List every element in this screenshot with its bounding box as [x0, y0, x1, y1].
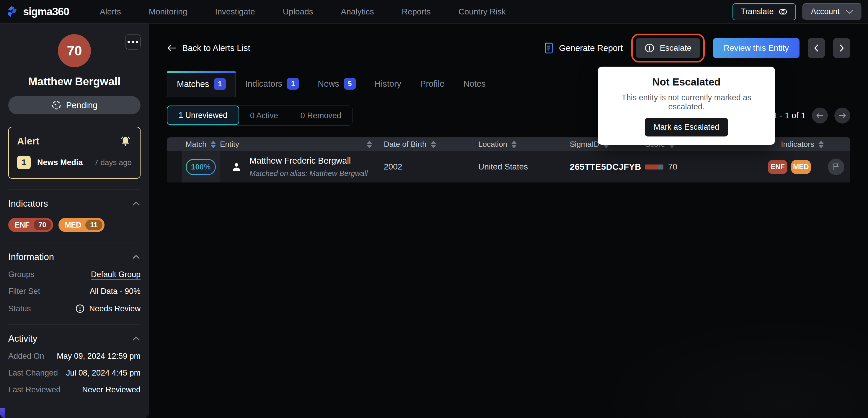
chevron-up-icon: [132, 201, 141, 206]
main-content: Back to Alerts List: [149, 24, 868, 418]
arrow-left-icon: [816, 112, 824, 119]
groups-label: Groups: [8, 270, 35, 279]
filter-unreviewed[interactable]: 1 Unreviewed: [167, 106, 239, 125]
nav-item-investigate[interactable]: Investigate: [215, 7, 255, 16]
escalate-highlight-annotation: Escalate: [631, 34, 705, 63]
pagination-next-button[interactable]: [834, 108, 850, 124]
brand-logo[interactable]: sigma360: [6, 5, 69, 19]
brand-name: sigma360: [23, 6, 69, 18]
tab-profile[interactable]: Profile: [411, 71, 454, 97]
sort-icon[interactable]: [512, 141, 517, 148]
header-match[interactable]: Match: [182, 140, 220, 149]
indicators-section: Indicators ENF 70 MED 11: [8, 189, 141, 232]
alert-card-title: Alert: [17, 136, 39, 147]
back-to-alerts-link[interactable]: Back to Alerts List: [167, 43, 250, 53]
sigma360-logo-icon: [6, 5, 20, 19]
translate-button[interactable]: Translate: [733, 3, 796, 20]
header-date-of-birth[interactable]: Date of Birth: [384, 140, 478, 149]
mark-as-escalated-button[interactable]: Mark as Escalated: [645, 118, 728, 137]
added-on-value: May 09, 2024 12:59 pm: [57, 352, 141, 361]
activity-section: Activity Added On May 09, 2024 12:59 pm …: [8, 324, 141, 394]
next-entity-button[interactable]: [833, 38, 850, 58]
previous-entity-button[interactable]: [808, 38, 825, 58]
sort-icon[interactable]: [367, 141, 372, 148]
generate-report-button[interactable]: Generate Report: [544, 42, 623, 54]
alert-time-ago: 7 days ago: [94, 158, 132, 167]
tab-notes-label: Notes: [463, 79, 486, 89]
sort-icon[interactable]: [211, 141, 216, 148]
tab-profile-label: Profile: [420, 79, 444, 89]
groups-value-link[interactable]: Default Group: [91, 270, 141, 279]
activity-row-changed: Last Changed Jul 08, 2024 4:45 pm: [8, 369, 141, 378]
tab-notes[interactable]: Notes: [454, 71, 495, 97]
report-document-icon: [544, 42, 554, 54]
score-value: 70: [668, 162, 677, 172]
activity-section-header[interactable]: Activity: [8, 334, 141, 344]
activity-title: Activity: [8, 334, 37, 344]
last-reviewed-label: Last Reviewed: [8, 385, 61, 394]
nav-item-uploads[interactable]: Uploads: [283, 7, 313, 16]
person-icon: [230, 161, 242, 173]
matched-entity-name[interactable]: Matthew Frederic Bergwall: [249, 156, 368, 166]
nav-item-country-risk[interactable]: Country Risk: [459, 7, 506, 16]
pagination-prev-button[interactable]: [812, 108, 828, 124]
last-changed-label: Last Changed: [8, 369, 58, 378]
pending-status-pill[interactable]: Pending: [8, 96, 141, 114]
location-value: United States: [478, 162, 528, 172]
row-indicator-med[interactable]: MED: [791, 160, 811, 174]
match-status-segmented-control: 1 Unreviewed 0 Active 0 Removed: [167, 106, 353, 126]
account-menu-button[interactable]: Account: [802, 3, 862, 20]
tab-matches[interactable]: Matches 1: [167, 71, 236, 97]
status-label: Status: [8, 304, 31, 313]
flag-match-button[interactable]: [828, 159, 844, 175]
alert-category: News Media: [37, 158, 83, 167]
alert-card[interactable]: Alert 1 News Media 7 days ago: [8, 127, 141, 179]
chevron-up-icon: [132, 336, 141, 341]
status-text: Needs Review: [89, 304, 141, 313]
info-row-groups: Groups Default Group: [8, 270, 141, 279]
review-entity-label: Review this Entity: [724, 43, 789, 53]
tab-news[interactable]: News 5: [308, 71, 365, 97]
information-section-header[interactable]: Information: [8, 252, 141, 263]
header-location[interactable]: Location: [478, 140, 570, 149]
filter-removed[interactable]: 0 Removed: [289, 106, 352, 125]
row-location-cell: United States: [478, 151, 570, 182]
tab-indicators[interactable]: Indicators 1: [236, 71, 309, 97]
dob-value: 2002: [384, 162, 402, 172]
filter-active[interactable]: 0 Active: [239, 106, 289, 125]
header-entity[interactable]: Entity: [220, 140, 384, 149]
tab-history[interactable]: History: [365, 71, 411, 97]
activity-row-added: Added On May 09, 2024 12:59 pm: [8, 352, 141, 361]
nav-item-reports[interactable]: Reports: [402, 7, 431, 16]
nav-item-analytics[interactable]: Analytics: [341, 7, 374, 16]
not-escalated-popover: Not Escalated This entity is not current…: [598, 67, 775, 145]
row-indicator-enf[interactable]: ENF: [768, 160, 787, 174]
nav-item-alerts[interactable]: Alerts: [100, 7, 121, 16]
match-percentage-badge[interactable]: 100%: [186, 159, 216, 175]
tab-news-badge: 5: [344, 78, 356, 90]
sigma-id-value: 265TTE5DCJFYB: [570, 162, 641, 172]
chevron-up-icon: [132, 254, 141, 260]
tab-matches-badge: 1: [214, 78, 226, 90]
match-table-row[interactable]: 100% Matthew Frederic Bergwall: [167, 151, 850, 182]
sort-icon[interactable]: [431, 141, 436, 148]
sidebar-accent: [0, 408, 5, 418]
nav-item-monitoring[interactable]: Monitoring: [149, 7, 187, 16]
indicator-pill-enf[interactable]: ENF 70: [8, 218, 53, 232]
row-dob-cell: 2002: [384, 151, 478, 182]
indicator-pill-med[interactable]: MED 11: [58, 218, 104, 232]
escalate-button[interactable]: Escalate: [636, 38, 700, 58]
sort-icon[interactable]: [818, 141, 824, 148]
indicators-section-header[interactable]: Indicators: [8, 198, 141, 209]
filter-set-label: Filter Set: [8, 287, 40, 296]
row-indicators-cell: ENF MED: [714, 151, 850, 182]
chevron-right-icon: [839, 44, 845, 53]
row-match-cell: 100%: [182, 151, 220, 182]
filter-set-value-link[interactable]: All Data - 90%: [89, 287, 141, 296]
generate-report-label: Generate Report: [559, 43, 623, 53]
last-changed-value: Jul 08, 2024 4:45 pm: [66, 369, 141, 378]
review-entity-button[interactable]: Review this Entity: [713, 38, 800, 58]
information-title: Information: [8, 252, 54, 263]
more-options-button[interactable]: [125, 34, 141, 49]
match-percentage: 100%: [191, 163, 211, 171]
